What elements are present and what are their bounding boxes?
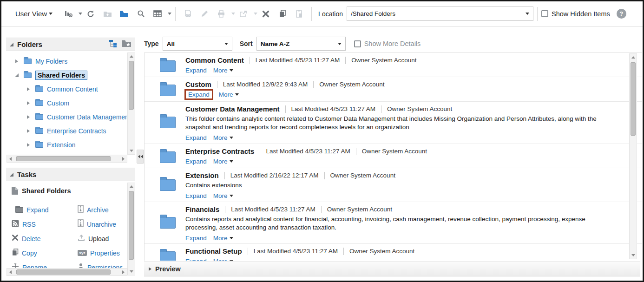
more-link[interactable]: More [213,134,233,141]
task-label[interactable]: Properties [90,249,120,257]
tree-item-label[interactable]: Extension [47,141,75,149]
tree-item-common-content[interactable]: Common Content [13,82,135,96]
task-archive[interactable]: Archive [78,205,133,215]
search-button[interactable] [134,7,148,20]
tree-item-label[interactable]: My Folders [35,58,67,65]
more-link[interactable]: More [213,67,233,74]
type-select[interactable]: All [163,37,232,51]
scroll-right-icon[interactable] [120,155,127,162]
folder-name[interactable]: Custom [185,80,211,88]
scrollbar-thumb[interactable] [631,62,636,136]
folder-name[interactable]: Enterprise Contracts [185,147,254,155]
scroll-right-icon[interactable] [120,269,127,275]
scrollbar-thumb[interactable] [129,191,134,260]
expand-node-icon[interactable] [27,115,30,119]
tree-item-label[interactable]: Enterprise Contracts [47,127,106,135]
copy-button[interactable] [276,7,289,20]
folder-name[interactable]: Common Content [185,56,244,64]
tree-view-icon[interactable] [109,39,118,49]
folder-name[interactable]: Customer Data Management [185,105,280,113]
more-link[interactable]: More [213,192,233,199]
scroll-up-icon[interactable] [630,54,637,61]
task-label[interactable]: Delete [22,235,40,243]
task-label[interactable]: Unarchive [87,221,116,228]
more-link[interactable]: More [213,158,233,165]
location-combobox[interactable]: /Shared Folders [347,7,533,21]
folder-name[interactable]: Functional Setup [185,247,242,255]
folders-vertical-scrollbar[interactable] [127,52,135,155]
task-label[interactable]: Archive [87,206,109,214]
collapse-panel-icon[interactable] [10,173,13,177]
scroll-down-icon[interactable] [630,252,637,259]
tasks-vertical-scrollbar[interactable] [127,183,135,275]
scroll-down-icon[interactable] [128,268,135,275]
more-link[interactable]: More [213,258,233,261]
tree-item-extension[interactable]: Extension [13,138,135,152]
scrollbar-thumb[interactable] [129,61,134,110]
expand-node-icon[interactable] [15,59,18,63]
view-selector-button[interactable] [61,7,75,20]
tree-item-label-selected[interactable]: Shared Folders [35,71,87,80]
scroll-up-icon[interactable] [128,183,135,190]
collapse-node-icon[interactable] [15,73,19,77]
delete-button[interactable] [259,7,273,20]
more-link[interactable]: More [219,91,239,98]
view-selector-caret-icon[interactable] [79,13,82,15]
tree-item-customer-data-management[interactable]: Customer Data Management [13,110,135,124]
expand-link[interactable]: Expand [185,134,207,141]
tree-item-label[interactable]: Common Content [47,85,98,93]
expand-link[interactable]: Expand [185,67,207,74]
task-unarchive[interactable]: Unarchive [78,219,133,229]
tree-item-enterprise-contracts[interactable]: Enterprise Contracts [13,124,135,138]
tasks-horizontal-scrollbar[interactable] [7,268,127,276]
task-expand[interactable]: Expand [12,205,78,215]
scroll-down-icon[interactable] [128,147,135,154]
scroll-left-icon[interactable] [7,269,14,275]
expand-link[interactable]: Expand [185,235,207,242]
expand-node-icon[interactable] [27,87,30,91]
task-upload[interactable]: Upload [78,234,133,243]
list-vertical-scrollbar[interactable] [629,53,637,259]
more-link[interactable]: More [213,235,233,242]
refresh-button[interactable] [84,7,98,20]
tree-item-custom[interactable]: Custom [13,96,135,110]
new-folder-button[interactable] [117,7,131,20]
expand-link[interactable]: Expand [188,91,210,98]
expand-node-icon[interactable] [27,129,30,133]
task-label[interactable]: RSS [22,221,36,228]
tree-item-shared-folders[interactable]: Shared Folders [13,68,135,82]
tree-item-label[interactable]: Custom [47,99,69,107]
collapse-panel-icon[interactable] [10,43,13,46]
expand-node-icon[interactable] [27,143,30,147]
scroll-left-icon[interactable] [7,155,14,162]
task-copy[interactable]: Copy [12,248,78,258]
preview-panel-header[interactable]: Preview [144,262,640,276]
expand-link[interactable]: Expand [185,258,207,261]
folders-horizontal-scrollbar[interactable] [7,155,127,163]
show-more-details-checkbox[interactable] [354,40,361,47]
expand-link[interactable]: Expand [185,192,207,199]
task-rss[interactable]: RSS [12,219,78,229]
scroll-up-icon[interactable] [128,53,135,60]
expand-preview-icon[interactable] [149,267,151,271]
sort-select[interactable]: Name A-Z [256,37,346,51]
user-view-dropdown[interactable]: User View [15,10,53,18]
task-properties[interactable]: xyz Properties [78,248,133,258]
tree-item-label[interactable]: Customer Data Management [47,113,131,121]
scrollbar-thumb[interactable] [16,156,111,161]
table-view-button[interactable] [151,7,164,20]
folder-name[interactable]: Extension [185,171,219,179]
tree-item-my-folders[interactable]: My Folders [13,54,135,68]
table-view-caret-icon[interactable] [168,13,171,15]
task-label[interactable]: Upload [88,235,109,243]
folder-name[interactable]: Financials [185,205,219,213]
expand-link[interactable]: Expand [185,158,207,165]
task-label[interactable]: Copy [22,249,37,257]
panel-collapse-handle[interactable] [137,150,144,164]
help-button[interactable]: ? [617,9,626,19]
task-delete[interactable]: Delete [12,234,78,243]
scrollbar-thumb[interactable] [16,269,111,275]
expand-node-icon[interactable] [27,101,30,105]
task-label[interactable]: Expand [26,206,48,214]
show-hidden-checkbox[interactable] [541,10,548,17]
